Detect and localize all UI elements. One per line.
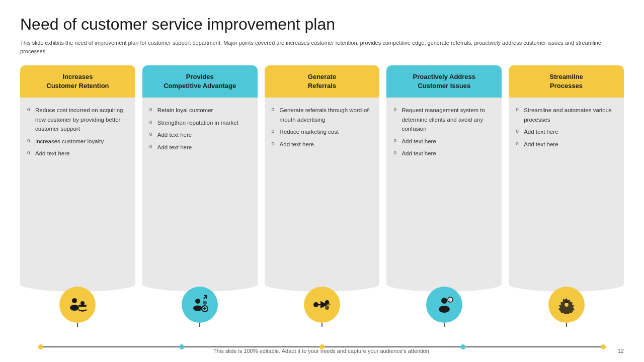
- tl-dot-2: [179, 344, 184, 349]
- svg-point-13: [313, 302, 318, 307]
- card-line-3: [321, 323, 323, 327]
- retention-icon: [67, 295, 88, 315]
- card-icon-4: !: [426, 287, 462, 323]
- card-header-5: StreamlineProcesses: [509, 65, 624, 98]
- svg-point-0: [72, 298, 77, 303]
- svg-point-17: [441, 298, 447, 304]
- slide-title: Need of customer service improvement pla…: [20, 15, 624, 34]
- card-body-3: GenerateReferrals Generate referrals thr…: [265, 65, 380, 277]
- tl-dot-5: [601, 344, 606, 349]
- referrals-icon: [312, 295, 332, 315]
- bullet-2-4: Add text here: [149, 143, 251, 152]
- bullet-3-3: Add text here: [272, 140, 373, 149]
- bullet-5-2: Add text here: [516, 127, 617, 136]
- card-issues: Proactively AddressCustomer Issues Reque…: [386, 65, 502, 327]
- svg-point-15: [325, 306, 329, 310]
- card-line-2: [199, 323, 200, 327]
- cards-container: IncreasesCustomer Retention Reduce cost …: [20, 65, 624, 340]
- card-icon-5: [548, 287, 585, 323]
- bullet-5-1: Streamline and automates various process…: [516, 106, 617, 124]
- bullet-4-2: Add text here: [393, 137, 495, 146]
- card-body-1: IncreasesCustomer Retention Reduce cost …: [20, 65, 135, 277]
- card-content-2: Retain loyal customer Strengthen reputat…: [142, 98, 258, 246]
- card-header-4: Proactively AddressCustomer Issues: [386, 65, 502, 98]
- bullet-4-1: Request management system to determine c…: [393, 106, 495, 133]
- svg-text:!: !: [449, 298, 451, 303]
- card-retention: IncreasesCustomer Retention Reduce cost …: [20, 65, 135, 327]
- slide-subtitle: This slide exhibits the need of improvem…: [20, 39, 624, 55]
- card-line-5: [566, 323, 567, 327]
- issues-icon: !: [434, 295, 454, 315]
- bullet-3-1: Generate referrals through word-of-mouth…: [272, 106, 373, 124]
- svg-point-16: [324, 303, 331, 306]
- card-icon-2: [182, 287, 218, 323]
- card-content-3: Generate referrals through word-of-mouth…: [265, 98, 380, 246]
- card-content-4: Request management system to determine c…: [386, 98, 502, 246]
- svg-point-1: [70, 305, 79, 311]
- bullet-1-2: Increases customer loyalty: [27, 137, 128, 146]
- card-icon-3: [304, 287, 340, 323]
- processes-icon: [556, 295, 577, 315]
- tl-dot-4: [460, 344, 465, 349]
- svg-point-5: [193, 306, 202, 311]
- card-content-1: Reduce cost incurred on acquiring new cu…: [20, 98, 135, 246]
- card-header-3: GenerateReferrals: [265, 65, 380, 98]
- card-icon-1: [59, 287, 96, 323]
- svg-point-22: [565, 303, 569, 307]
- card-processes: StreamlineProcesses Streamline and autom…: [509, 65, 624, 327]
- bullet-2-1: Retain loyal customer: [149, 106, 251, 115]
- tl-dot-3: [319, 344, 325, 349]
- bullet-5-3: Add text here: [516, 140, 617, 149]
- card-body-2: ProvidesCompetitive Advantage Retain loy…: [142, 65, 258, 277]
- svg-point-18: [439, 306, 450, 313]
- svg-point-6: [203, 301, 207, 305]
- bullet-4-3: Add text here: [393, 149, 495, 158]
- card-content-5: Streamline and automates various process…: [509, 98, 624, 246]
- svg-point-4: [195, 299, 200, 304]
- competitive-icon: [190, 295, 210, 315]
- bullet-3-2: Reduce marketing cost: [272, 127, 373, 136]
- bullet-1-3: Add text here: [27, 149, 128, 158]
- card-body-4: Proactively AddressCustomer Issues Reque…: [386, 65, 502, 277]
- card-line-4: [444, 323, 445, 327]
- bullet-2-3: Add text here: [149, 130, 251, 139]
- card-referrals: GenerateReferrals Generate referrals thr…: [265, 65, 380, 327]
- bullet-1-1: Reduce cost incurred on acquiring new cu…: [27, 106, 128, 133]
- bullet-2-2: Strengthen reputation in market: [149, 118, 251, 127]
- tl-dot-1: [38, 344, 43, 349]
- card-competitive: ProvidesCompetitive Advantage Retain loy…: [142, 65, 258, 327]
- svg-point-3: [80, 301, 85, 305]
- slide: Need of customer service improvement pla…: [0, 0, 644, 362]
- card-body-5: StreamlineProcesses Streamline and autom…: [509, 65, 624, 277]
- card-header-1: IncreasesCustomer Retention: [20, 65, 135, 98]
- timeline-dots: [20, 344, 624, 349]
- card-header-2: ProvidesCompetitive Advantage: [142, 65, 258, 98]
- card-line-1: [77, 323, 78, 327]
